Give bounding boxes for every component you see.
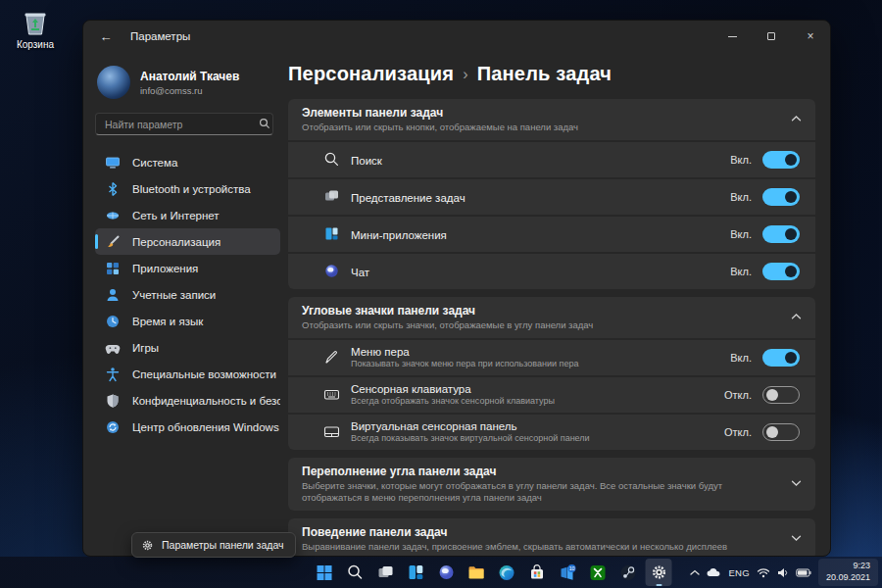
language-indicator[interactable]: ENG — [728, 567, 750, 578]
accounts-icon — [105, 287, 121, 303]
toggle-virtual-touchpad[interactable] — [762, 423, 800, 441]
row-task-view: Представление задач Вкл. — [288, 179, 815, 215]
taskbar-windows10-app-button[interactable]: 10 — [555, 559, 581, 586]
row-search: Поиск Вкл. — [288, 142, 815, 177]
toggle-chat[interactable] — [762, 263, 800, 280]
task-view-icon — [376, 564, 394, 581]
volume-icon[interactable] — [777, 567, 789, 578]
taskbar-widgets-button[interactable] — [403, 559, 429, 586]
task-view-icon — [323, 188, 340, 205]
start-button[interactable] — [312, 559, 338, 586]
taskbar-xbox-button[interactable] — [585, 559, 612, 586]
bluetooth-icon — [105, 181, 121, 197]
maximize-button[interactable] — [752, 21, 791, 52]
privacy-icon — [105, 393, 121, 409]
section-taskbar-behavior[interactable]: Поведение панели задач Выравнивание пане… — [288, 518, 815, 557]
context-menu-item-taskbar-settings[interactable]: Параметры панели задач — [162, 539, 283, 551]
apps-icon — [105, 261, 121, 276]
sidebar: Анатолий Ткачев info@comss.ru Система Bl… — [83, 52, 288, 556]
edge-icon — [498, 564, 516, 582]
window-controls: × — [712, 21, 830, 52]
sidebar-item-windows-update[interactable]: Центр обновления Windows — [95, 414, 280, 440]
user-profile[interactable]: Анатолий Ткачев info@comss.ru — [97, 66, 278, 99]
toggle-touch-keyboard[interactable] — [762, 386, 800, 404]
toggle-pen-menu[interactable] — [762, 349, 800, 367]
row-virtual-touchpad: Виртуальная сенсорная панель Всегда пока… — [288, 415, 815, 450]
sidebar-item-apps[interactable]: Приложения — [95, 255, 280, 281]
widgets-icon — [407, 564, 424, 581]
user-email: info@comss.ru — [140, 85, 239, 96]
breadcrumb-separator-icon: › — [463, 64, 468, 83]
windows-10-flag-icon: 10 — [559, 564, 577, 582]
app-title: Параметры — [130, 30, 190, 42]
sidebar-item-personalization[interactable]: Персонализация — [95, 228, 280, 255]
sidebar-item-network[interactable]: Сеть и Интернет — [95, 202, 280, 228]
sidebar-item-time-language[interactable]: Время и язык — [95, 308, 280, 334]
touch-keyboard-icon — [323, 386, 340, 403]
toggle-state-label: Откл. — [724, 389, 752, 401]
recycle-bin[interactable]: Корзина — [8, 8, 63, 50]
toggle-widgets[interactable] — [762, 225, 800, 243]
wifi-icon[interactable] — [757, 567, 770, 578]
minimize-icon — [728, 36, 737, 37]
xbox-icon — [589, 564, 608, 582]
close-button[interactable]: × — [791, 21, 830, 52]
main-content: Персонализация › Панель задач Элементы п… — [288, 52, 830, 556]
page-title: Панель задач — [477, 63, 612, 85]
row-chat: Чат Вкл. — [288, 254, 815, 289]
chevron-down-icon[interactable] — [791, 479, 802, 487]
svg-text:10: 10 — [569, 564, 575, 570]
steam-icon — [619, 564, 638, 582]
section-corner-icons-header[interactable]: Угловые значки панели задач Отобразить и… — [288, 297, 815, 338]
sidebar-item-system[interactable]: Система — [95, 149, 280, 175]
widgets-icon — [323, 225, 340, 242]
breadcrumb: Персонализация › Панель задач — [288, 60, 815, 87]
onedrive-cloud-icon[interactable] — [707, 567, 721, 577]
tray-clock[interactable]: 9:23 20.09.2021 — [818, 559, 878, 585]
search-input[interactable] — [95, 113, 273, 135]
minimize-button[interactable] — [712, 21, 752, 52]
back-button[interactable]: ← — [89, 24, 122, 49]
breadcrumb-parent[interactable]: Персонализация — [288, 63, 454, 85]
system-tray: ENG 9:23 20.09.2021 — [690, 557, 878, 588]
toggle-search[interactable] — [762, 151, 800, 169]
network-icon — [105, 208, 121, 223]
search-icon — [323, 151, 340, 168]
section-corner-overflow[interactable]: Переполнение угла панели задач Выберите … — [288, 458, 815, 512]
taskbar-store-button[interactable] — [524, 559, 551, 586]
sidebar-nav: Система Bluetooth и устройства Сеть и Ин… — [95, 149, 280, 440]
chat-icon — [437, 564, 455, 581]
sidebar-item-games[interactable]: Игры — [95, 334, 280, 361]
toggle-state-label: Вкл. — [730, 228, 752, 240]
sidebar-item-bluetooth-devices[interactable]: Bluetooth и устройства — [95, 175, 280, 202]
chat-icon — [323, 263, 340, 279]
taskbar-edge-button[interactable] — [494, 559, 520, 586]
taskbar-settings-button[interactable] — [646, 559, 672, 586]
toggle-state-label: Вкл. — [730, 191, 752, 203]
user-name: Анатолий Ткачев — [140, 70, 239, 83]
taskbar-file-explorer-button[interactable] — [464, 559, 490, 586]
gear-icon — [650, 564, 667, 581]
toggle-task-view[interactable] — [762, 188, 800, 206]
taskbar-steam-button[interactable] — [615, 559, 642, 586]
taskbar-task-view-button[interactable] — [372, 559, 399, 586]
chevron-up-icon[interactable] — [791, 115, 802, 122]
chevron-up-icon[interactable] — [791, 313, 802, 320]
battery-icon[interactable] — [796, 568, 811, 577]
file-explorer-icon — [467, 564, 486, 582]
gear-icon — [141, 539, 154, 552]
personalization-icon — [105, 234, 121, 250]
section-taskbar-items-header[interactable]: Элементы панели задач Отобразить или скр… — [288, 99, 815, 140]
search-icon — [346, 564, 364, 581]
time-language-icon — [105, 314, 121, 329]
sidebar-item-accessibility[interactable]: Специальные возможности — [95, 361, 280, 387]
system-icon — [105, 155, 121, 171]
taskbar-chat-button[interactable] — [433, 559, 460, 586]
titlebar[interactable]: ← Параметры × — [83, 21, 830, 52]
chevron-down-icon[interactable] — [791, 534, 802, 542]
tray-chevron-up-icon[interactable] — [690, 569, 700, 576]
sidebar-item-accounts[interactable]: Учетные записи — [95, 281, 280, 308]
sidebar-item-privacy[interactable]: Конфиденциальность и безопас — [95, 387, 280, 414]
taskbar-search-button[interactable] — [342, 559, 368, 586]
toggle-state-label: Вкл. — [730, 154, 752, 166]
